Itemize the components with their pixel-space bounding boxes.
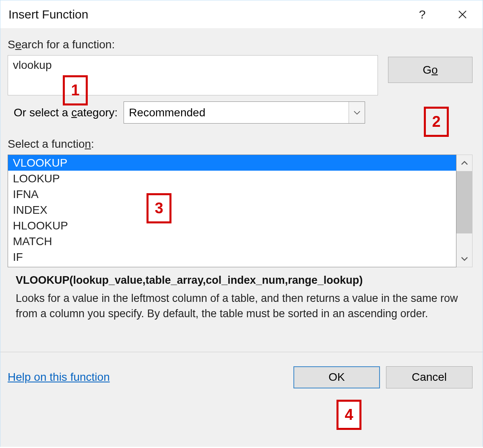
function-listbox[interactable]: VLOOKUP LOOKUP IFNA INDEX HLOOKUP MATCH … (8, 155, 456, 267)
list-item[interactable]: IFNA (8, 186, 456, 202)
search-row: Go (8, 55, 473, 95)
help-link[interactable]: Help on this function (8, 371, 287, 384)
category-row: Or select a category: Recommended (8, 101, 473, 124)
function-description: Looks for a value in the leftmost column… (8, 291, 473, 322)
list-item[interactable]: HLOOKUP (8, 218, 456, 233)
chevron-down-icon (461, 256, 468, 261)
ok-button[interactable]: OK (293, 366, 380, 388)
list-item[interactable]: INDEX (8, 202, 456, 218)
scrollbar[interactable] (456, 155, 473, 267)
annotation-4: 4 (336, 400, 361, 430)
dialog-body: Search for a function: Go Or select a ca… (0, 28, 483, 447)
footer: Help on this function OK Cancel (8, 352, 473, 396)
chevron-down-icon (349, 102, 365, 123)
close-icon (458, 10, 467, 19)
go-button[interactable]: Go (388, 57, 473, 83)
select-function-label: Select a function: (8, 138, 473, 151)
scroll-track[interactable] (456, 171, 472, 251)
close-button[interactable] (450, 4, 475, 25)
category-select[interactable]: Recommended (124, 101, 365, 124)
list-item[interactable]: MATCH (8, 233, 456, 249)
titlebar: Insert Function ? (0, 0, 483, 28)
category-label: Or select a category: (8, 106, 118, 119)
function-listbox-wrap: VLOOKUP LOOKUP IFNA INDEX HLOOKUP MATCH … (8, 155, 473, 267)
search-input[interactable] (8, 55, 378, 95)
list-item[interactable]: LOOKUP (8, 171, 456, 186)
help-button[interactable]: ? (410, 4, 434, 25)
cancel-button[interactable]: Cancel (386, 366, 473, 388)
search-label: Search for a function: (8, 38, 473, 51)
category-selected-value: Recommended (129, 106, 205, 119)
scroll-thumb[interactable] (456, 171, 472, 233)
scroll-up-button[interactable] (456, 155, 472, 171)
chevron-up-icon (461, 161, 468, 165)
dialog-title: Insert Function (8, 8, 410, 21)
function-signature: VLOOKUP(lookup_value,table_array,col_ind… (8, 272, 473, 291)
scroll-down-button[interactable] (456, 251, 472, 267)
list-item[interactable]: IF (8, 249, 456, 265)
list-item[interactable]: VLOOKUP (8, 155, 456, 171)
